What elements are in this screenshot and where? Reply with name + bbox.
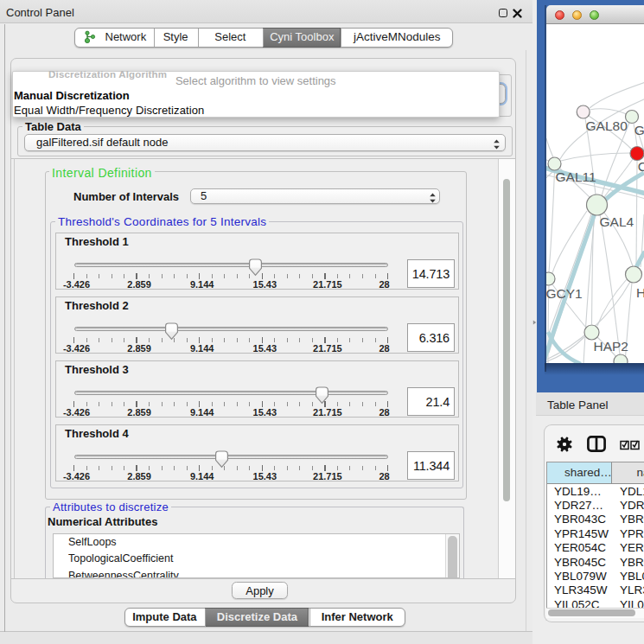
svg-text:GAL1: GAL1	[634, 123, 643, 137]
svg-text:CDC1: CDC1	[637, 159, 643, 174]
svg-text:GAL11: GAL11	[555, 169, 596, 184]
svg-text:GAL4: GAL4	[599, 214, 634, 229]
svg-text:GCY1: GCY1	[546, 285, 583, 300]
svg-text:HIS4: HIS4	[636, 285, 644, 300]
svg-text:GAL80: GAL80	[585, 118, 628, 133]
svg-text:HAP2: HAP2	[593, 339, 628, 354]
